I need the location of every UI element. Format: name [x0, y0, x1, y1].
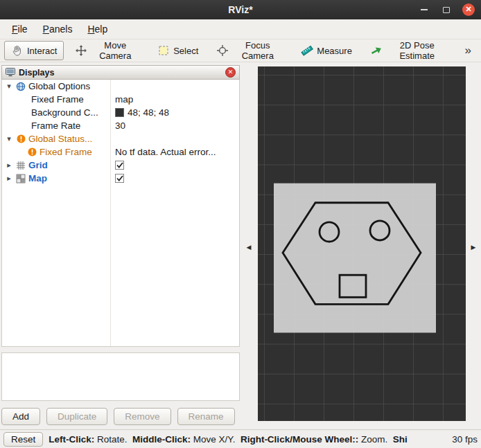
maximize-button[interactable] [440, 3, 453, 16]
close-button[interactable]: ✕ [462, 3, 475, 16]
panel-close-icon[interactable]: ✕ [225, 67, 236, 78]
3d-viewport[interactable] [258, 66, 466, 421]
row-label: Grid [28, 160, 48, 170]
tool-focus-camera-label: Focus Camera [232, 40, 283, 61]
window-title: RViz* [0, 4, 481, 15]
selection-box-icon [157, 44, 170, 57]
tool-select-label: Select [173, 46, 198, 56]
frame-rate-value[interactable]: 30 [110, 119, 239, 132]
monitor-icon [6, 68, 15, 78]
row-label: Map [28, 173, 47, 183]
render-view-container [258, 65, 466, 429]
displays-tree: ▾ Global Options Fixed Frame map Backgro… [1, 80, 240, 347]
displays-panel: Displays ✕ ▾ Global Options Fixed Frame … [1, 65, 240, 425]
collapse-right-icon[interactable]: ▶ [466, 244, 481, 251]
remove-button: Remove [114, 408, 170, 425]
expander-open-icon[interactable]: ▾ [5, 82, 13, 91]
tree-row-background-color[interactable]: Background C... 48; 48; 48 [2, 106, 239, 119]
menu-file[interactable]: File [6, 21, 34, 37]
statusbar: Reset Left-Click: Rotate. Middle-Click: … [0, 429, 481, 448]
menubar: File Panels Help [0, 19, 481, 39]
menu-panels[interactable]: Panels [37, 21, 79, 37]
tree-row-global-options[interactable]: ▾ Global Options [2, 80, 239, 93]
tool-interact[interactable]: Interact [4, 41, 64, 60]
warning-icon [27, 147, 37, 157]
collapse-left-icon[interactable]: ◀ [240, 244, 258, 251]
tree-row-fixed-frame[interactable]: Fixed Frame map [2, 93, 239, 106]
row-label: Fixed Frame [40, 147, 92, 157]
expander-open-icon[interactable]: ▾ [5, 134, 13, 143]
rename-button: Rename [177, 408, 235, 425]
row-label: Background C... [31, 107, 98, 118]
add-button[interactable]: Add [1, 408, 40, 425]
tool-measure[interactable]: Measure [294, 41, 359, 60]
tree-row-map[interactable]: ▸ Map [2, 172, 239, 185]
ruler-icon [301, 44, 313, 57]
fixed-frame-value[interactable]: map [110, 93, 239, 106]
warning-icon [16, 134, 26, 144]
row-value [110, 132, 239, 145]
right-dock-strip[interactable]: ▶ [466, 65, 481, 429]
background-color-value[interactable]: 48; 48; 48 [110, 106, 239, 119]
main-area: Displays ✕ ▾ Global Options Fixed Frame … [0, 62, 481, 429]
row-label: Global Status... [28, 134, 92, 144]
tool-2d-pose-estimate[interactable]: 2D Pose Estimate [363, 37, 455, 64]
tool-focus-camera[interactable]: Focus Camera [209, 37, 290, 64]
map-enabled-checkbox[interactable] [115, 174, 124, 183]
focus-crosshair-icon [216, 44, 229, 57]
fps-counter: 30 fps [452, 434, 478, 445]
color-swatch [115, 108, 124, 117]
expander-closed-icon[interactable]: ▸ [5, 161, 13, 170]
map-image [274, 183, 436, 333]
tool-move-camera[interactable]: Move Camera [68, 37, 146, 64]
duplicate-button: Duplicate [46, 408, 107, 425]
tool-interact-label: Interact [27, 46, 57, 56]
minimize-button[interactable] [418, 3, 430, 16]
tree-row-status-fixed-frame[interactable]: Fixed Frame No tf data. Actual error... [2, 145, 239, 159]
green-arrow-icon [370, 44, 383, 57]
tool-2d-pose-estimate-label: 2D Pose Estimate [386, 40, 448, 61]
tree-row-global-status[interactable]: ▾ Global Status... [2, 132, 239, 145]
displays-panel-header: Displays ✕ [1, 65, 240, 80]
move-arrows-icon [75, 44, 87, 57]
hand-icon [11, 44, 24, 57]
panel-splitter[interactable]: ◀ [240, 65, 258, 429]
map-display-icon [16, 174, 26, 183]
toolbar: Interact Move Camera Select Focus Camera… [0, 39, 481, 62]
row-label: Global Options [28, 81, 90, 91]
tree-row-grid[interactable]: ▸ Grid [2, 159, 239, 172]
titlebar: RViz* ✕ [0, 0, 481, 19]
tool-move-camera-label: Move Camera [91, 40, 139, 61]
reset-button[interactable]: Reset [3, 432, 43, 447]
toolbar-overflow-button[interactable]: » [460, 44, 477, 57]
displays-panel-title: Displays [19, 68, 54, 78]
tree-row-frame-rate[interactable]: Frame Rate 30 [2, 119, 239, 132]
row-label: Frame Rate [31, 120, 80, 131]
rviz-window: RViz* ✕ File Panels Help Interact Move C… [0, 0, 481, 448]
status-message: No tf data. Actual error... [110, 145, 239, 159]
minimize-icon [421, 9, 428, 10]
mouse-help-text: Left-Click: Rotate. Middle-Click: Move X… [49, 434, 446, 445]
window-controls: ✕ [418, 3, 481, 16]
close-icon: ✕ [462, 3, 475, 16]
tool-measure-label: Measure [317, 46, 352, 56]
menu-help[interactable]: Help [81, 21, 114, 37]
tool-select[interactable]: Select [150, 41, 205, 60]
property-description-area [1, 352, 240, 401]
expander-closed-icon[interactable]: ▸ [5, 174, 13, 183]
row-value [110, 80, 239, 93]
grid-enabled-checkbox[interactable] [115, 161, 124, 170]
maximize-icon [443, 7, 450, 13]
globe-icon [16, 82, 26, 91]
grid-display-icon [16, 161, 26, 170]
displays-panel-buttons: Add Duplicate Remove Rename [1, 408, 240, 425]
row-label: Fixed Frame [31, 94, 84, 105]
